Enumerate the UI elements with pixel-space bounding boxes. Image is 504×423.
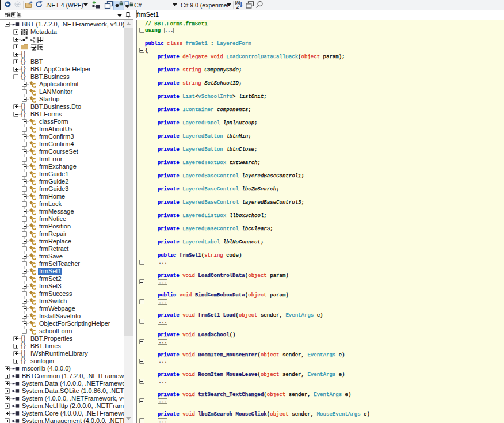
svg-text:Z: Z [236,5,239,9]
